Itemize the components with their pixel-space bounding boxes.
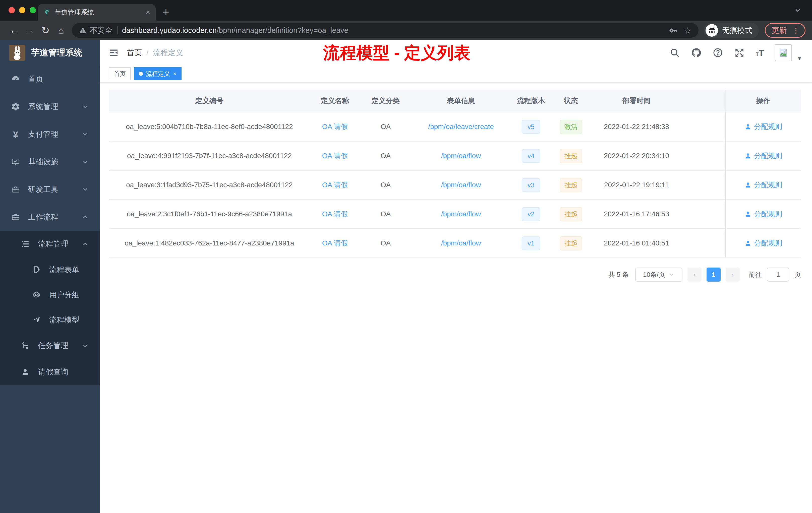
sidebar-item-workflow[interactable]: 工作流程	[0, 203, 100, 231]
browser-tab-strip: 芋道管理系统 × +	[0, 0, 812, 21]
font-size-icon[interactable]: тT	[756, 48, 764, 58]
browser-menu-icon[interactable]: ⋮	[792, 26, 800, 35]
update-label[interactable]: 更新	[772, 25, 787, 36]
sidebar-item-payment[interactable]: T ¥ 支付管理	[0, 120, 100, 148]
window-minimize-button[interactable]	[19, 7, 25, 13]
page-size-select[interactable]: 10条/页	[635, 268, 683, 281]
form-link[interactable]: /bpm/oa/flow	[441, 152, 481, 160]
yen-icon: ¥	[11, 130, 20, 139]
security-label[interactable]: 不安全	[90, 25, 113, 36]
breadcrumb-current: 流程定义	[153, 48, 183, 58]
definition-name-link[interactable]: OA 请假	[322, 181, 348, 189]
definition-name-link[interactable]: OA 请假	[322, 123, 348, 130]
avatar[interactable]	[775, 44, 792, 61]
search-icon[interactable]	[669, 48, 680, 58]
sidebar-item-label: 工作流程	[28, 212, 58, 222]
sidebar-item-dev-tools[interactable]: 研发工具	[0, 176, 100, 203]
table-row: oa_leave:1:482ec033-762a-11ec-8477-a2380…	[109, 229, 801, 258]
form-link[interactable]: /bpm/oa/flow	[441, 239, 481, 247]
reload-button[interactable]: ↻	[38, 25, 53, 36]
chevron-up-icon	[82, 214, 89, 221]
tab-close-icon[interactable]: ×	[146, 8, 150, 16]
col-header: 定义分类	[360, 96, 411, 105]
forward-button[interactable]: →	[22, 25, 38, 36]
definition-name-link[interactable]: OA 请假	[322, 210, 348, 218]
logo-row[interactable]: 芋道管理系统	[0, 40, 100, 65]
tags-view-bar: 首页 流程定义 ×	[100, 65, 812, 83]
tag-home[interactable]: 首页	[109, 67, 131, 80]
sidebar-item-process-model[interactable]: 流程模型	[0, 307, 100, 333]
chevron-down-icon	[82, 342, 89, 350]
col-header: 状态	[551, 96, 590, 105]
navbar-actions: тT ▼	[669, 44, 802, 61]
form-link[interactable]: /bpm/oa/leave/create	[428, 123, 494, 130]
deploy-time: 2022-01-16 17:46:53	[590, 210, 683, 218]
sidebar-item-process-management[interactable]: 流程管理	[0, 231, 100, 257]
github-icon[interactable]	[691, 48, 701, 58]
sidebar-fold-icon[interactable]	[109, 48, 119, 58]
definition-id: oa_leave:2:3c1f0ef1-76b1-11ec-9c66-a2380…	[109, 210, 310, 218]
avatar-caret-icon[interactable]: ▼	[797, 56, 802, 61]
breadcrumb-separator: /	[146, 49, 148, 57]
sidebar-item-home[interactable]: 首页	[0, 65, 100, 93]
help-icon[interactable]	[713, 48, 723, 58]
assign-rule-button[interactable]: 分配规则	[745, 180, 782, 190]
goto-page-input[interactable]: 1	[767, 268, 789, 281]
table-header-row: 定义编号 定义名称 定义分类 表单信息 流程版本 状态 部署时间 操作	[109, 90, 801, 113]
status-badge: 挂起	[560, 178, 582, 192]
definition-name-link[interactable]: OA 请假	[322, 152, 348, 160]
url-path: /bpm/manager/definition?key=oa_leave	[217, 26, 662, 35]
window-zoom-button[interactable]	[30, 7, 36, 13]
chevron-down-icon	[669, 272, 675, 278]
update-menu-button[interactable]: 更新 ⋮	[765, 23, 806, 38]
red-annotation: 流程模型 - 定义列表	[323, 42, 470, 64]
assign-rule-button[interactable]: 分配规则	[745, 209, 782, 219]
tab-overflow-chevron-icon[interactable]	[794, 6, 802, 14]
sidebar-item-leave-query[interactable]: 请假查询	[0, 359, 100, 385]
form-link[interactable]: /bpm/oa/flow	[441, 181, 481, 189]
table-row: oa_leave:4:991f2193-7b7f-11ec-a3c8-acde4…	[109, 142, 801, 171]
assign-rule-button[interactable]: 分配规则	[745, 151, 782, 161]
browser-tab[interactable]: 芋道管理系统 ×	[38, 4, 156, 21]
sidebar-item-infrastructure[interactable]: 基础设施	[0, 148, 100, 176]
new-tab-button[interactable]: +	[163, 6, 169, 18]
gear-icon	[11, 102, 20, 111]
logo-avatar	[9, 45, 25, 61]
main-panel: 定义编号 定义名称 定义分类 表单信息 流程版本 状态 部署时间 操作 oa_l…	[100, 83, 812, 513]
next-page-button[interactable]: ›	[726, 268, 740, 281]
tag-process-definition[interactable]: 流程定义 ×	[134, 67, 181, 80]
col-header: 流程版本	[511, 96, 551, 105]
breadcrumb-home[interactable]: 首页	[127, 48, 142, 58]
definition-table: 定义编号 定义名称 定义分类 表单信息 流程版本 状态 部署时间 操作 oa_l…	[109, 90, 801, 258]
sidebar-item-user-group[interactable]: 用户分组	[0, 282, 100, 307]
definition-name-link[interactable]: OA 请假	[322, 239, 348, 247]
sidebar-item-task-management[interactable]: 任务管理	[0, 333, 100, 359]
col-header: 表单信息	[411, 96, 511, 105]
version-badge: v5	[522, 120, 540, 134]
page-number-1[interactable]: 1	[706, 268, 721, 281]
form-link[interactable]: /bpm/oa/flow	[441, 210, 481, 218]
version-badge: v3	[522, 178, 540, 192]
bookmark-star-icon[interactable]: ☆	[684, 25, 692, 35]
sidebar-item-label: 请假查询	[38, 367, 68, 377]
fullscreen-icon[interactable]	[734, 48, 745, 58]
deploy-time: 2022-01-16 01:40:51	[590, 239, 683, 247]
password-key-icon[interactable]	[669, 26, 677, 35]
tab-title: 芋道管理系统	[55, 8, 142, 17]
prev-page-button[interactable]: ‹	[688, 268, 701, 281]
deploy-time: 2022-01-22 19:19:11	[590, 181, 683, 189]
assign-rule-button[interactable]: 分配规则	[745, 122, 782, 131]
tag-close-icon[interactable]: ×	[173, 70, 176, 77]
pagination-total: 共 5 条	[608, 270, 629, 279]
tree-list-icon	[21, 240, 30, 249]
home-button[interactable]: ⌂	[53, 25, 69, 36]
definition-id: oa_leave:4:991f2193-7b7f-11ec-a3c8-acde4…	[109, 152, 310, 160]
sidebar-item-process-form[interactable]: 流程表单	[0, 257, 100, 282]
url-bar[interactable]: 不安全 dashboard.yudao.iocoder.cn /bpm/mana…	[72, 23, 698, 38]
window-controls[interactable]	[8, 7, 36, 13]
url-divider	[117, 26, 117, 34]
window-close-button[interactable]	[8, 7, 15, 13]
back-button[interactable]: ←	[6, 25, 22, 36]
sidebar-item-system[interactable]: 系统管理	[0, 93, 100, 120]
assign-rule-button[interactable]: 分配规则	[745, 238, 782, 248]
